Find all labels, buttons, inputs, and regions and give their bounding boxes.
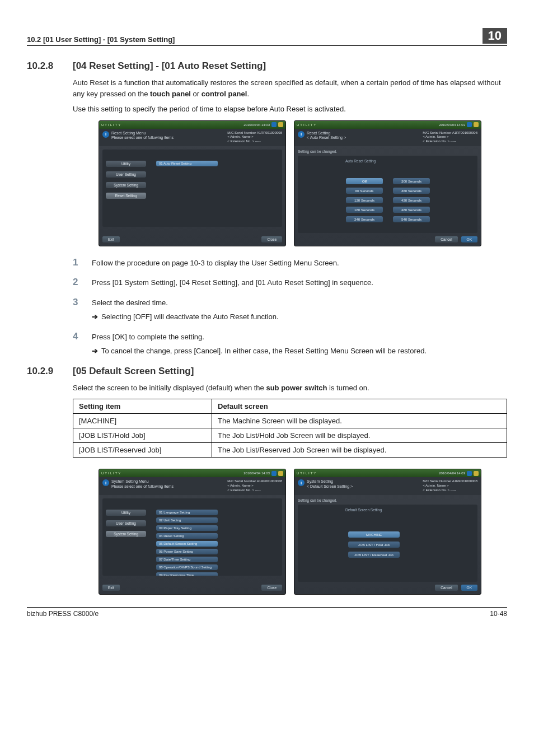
opt-60s[interactable]: 60 Seconds [346,188,383,194]
section-heading-1: 10.2.8 [04 Reset Setting] - [01 Auto Res… [27,60,507,72]
opt-180s[interactable]: 180 Seconds [346,207,383,213]
datetime-label: 2010/04/04 14:03 [243,123,270,127]
menu-item[interactable]: 07 Date/Time Setting [156,557,218,562]
section-number: 10.2.9 [27,366,60,377]
changeable-note: Setting can be changed. [298,498,477,502]
panel-title: Reset Setting Menu [111,131,174,136]
menu-list: 01 Auto Reset Setting [156,161,218,166]
utility-label: UTILITY [297,472,317,475]
menu-item[interactable]: 03 Paper Tray Setting [156,525,218,531]
opt-240s[interactable]: 240 Seconds [346,216,383,222]
crumb-utility[interactable]: Utility [106,161,146,167]
menu-default-screen-setting[interactable]: 05 Default Screen Setting [156,541,218,547]
intro-para-2: Use this setting to specify the period o… [73,104,507,115]
product-name: bizhub PRESS C8000/e [27,610,99,618]
header-breadcrumb: 10.2 [01 User Setting] - [01 System Sett… [27,35,175,44]
panel-subtitle: Please select one of following items [111,484,174,489]
opt-360s[interactable]: 360 Seconds [393,188,430,194]
exit-button[interactable]: Exit [102,585,120,591]
info-icon: i [102,479,109,486]
menu-item[interactable]: 08 Operation/OK/PS Sound Setting [156,564,218,570]
panel-header: i Reset Setting < Auto Reset Setting > M… [294,129,481,146]
intro-para-1: Auto Reset is a function that automatica… [73,77,507,99]
opt-540s[interactable]: 540 Seconds [393,216,430,222]
help-icon[interactable] [278,471,283,476]
panel-footer: Cancel OK [298,585,477,591]
info-icon[interactable] [271,122,277,127]
procedure-steps-1: 1 Follow the procedure on page 10-3 to d… [73,258,507,357]
ok-button[interactable]: OK [461,585,477,591]
section-heading-2: 10.2.9 [05 Default Screen Setting] [27,366,507,377]
panel-subtitle: Please select one of following items [111,136,174,140]
arrow-icon: ➔ [92,346,98,357]
machine-info: M/C Serial Number A1RF001000008 < Admin.… [423,131,477,144]
step-body: Press [OK] to complete the setting. ➔ To… [92,332,507,357]
close-button[interactable]: Close [261,236,282,242]
panel-reset-menu: UTILITY 2010/04/04 14:03 i Reset Setting… [99,120,286,246]
options-grid: Off 300 Seconds 60 Seconds 360 Seconds 1… [346,178,430,222]
opt-joblist-reserved[interactable]: JOB LIST / Reserved Job [348,552,400,558]
crumb-user-setting[interactable]: User Setting [106,171,146,178]
crumb-user-setting[interactable]: User Setting [106,520,146,526]
th-setting-item: Setting item [73,399,212,414]
info-icon[interactable] [271,471,277,476]
section-title: [05 Default Screen Setting] [73,366,194,377]
exit-button[interactable]: Exit [102,236,120,242]
th-default-screen: Default screen [212,399,507,414]
panel-system-setting-menu: UTILITY 2010/04/04 14:03 i System Settin… [99,469,286,595]
step-number: 3 [73,297,82,307]
opt-joblist-hold[interactable]: JOB LIST / Hold Job [348,542,400,548]
crumb-reset-setting[interactable]: Reset Setting [106,193,146,199]
opt-420s[interactable]: 420 Seconds [393,197,430,203]
menu-list: 01 Language Setting 02 Unit Setting 03 P… [156,510,218,576]
step-body: Select the desired time. ➔ Selecting [OF… [92,297,507,323]
section-label: Auto Reset Setting [345,159,376,163]
panel-header: i System Setting Menu Please select one … [99,477,285,494]
ok-button[interactable]: OK [461,236,477,242]
machine-info: M/C Serial Number A1RF001000008 < Admin.… [227,131,282,144]
panel-header: i System Setting < Default Screen Settin… [294,477,481,494]
machine-info: M/C Serial Number A1RF001000008 < Admin.… [423,479,477,492]
help-icon[interactable] [474,122,479,127]
panel-topbar: UTILITY 2010/04/04 14:03 [294,469,481,477]
menu-item[interactable]: 04 Reset Setting [156,533,218,539]
panel-footer: Exit Close [102,236,282,242]
info-icon: i [102,131,109,138]
info-icon[interactable] [467,122,472,127]
panel-default-screen-setting: UTILITY 2010/04/04 14:03 i System Settin… [294,469,481,595]
crumb-utility[interactable]: Utility [106,510,146,516]
opt-machine[interactable]: MACHINE [348,531,400,538]
help-icon[interactable] [474,471,479,476]
section-number: 10.2.8 [27,60,60,72]
opt-480s[interactable]: 480 Seconds [393,207,430,213]
panel-subtitle: < Auto Reset Setting > [307,136,346,140]
page-number: 10-48 [490,610,507,618]
machine-info: M/C Serial Number A1RF001000008 < Admin.… [227,479,282,492]
menu-item[interactable]: 01 Language Setting [156,510,218,515]
panel-title: System Setting [307,479,353,484]
menu-item[interactable]: 06 Power Save Setting [156,549,218,554]
table-row: [JOB LIST/Reserved Job] The Job List/Res… [73,443,507,458]
crumb-system-setting[interactable]: System Setting [106,182,146,188]
panel-footer: Exit Close [102,585,282,591]
cancel-button[interactable]: Cancel [435,236,457,242]
panel-header: i Reset Setting Menu Please select one o… [99,129,285,146]
utility-label: UTILITY [101,123,121,127]
opt-off[interactable]: Off [346,178,383,184]
section-title: [04 Reset Setting] - [01 Auto Reset Sett… [73,60,266,72]
crumb-system-setting[interactable]: System Setting [106,531,146,537]
menu-item[interactable]: 02 Unit Setting [156,517,218,523]
panel-footer: Cancel OK [298,236,477,242]
cancel-button[interactable]: Cancel [435,585,457,591]
options-list: MACHINE JOB LIST / Hold Job JOB LIST / R… [348,531,400,558]
chapter-number-box: 10 [483,28,507,44]
help-icon[interactable] [278,122,283,127]
breadcrumb-stack: Utility User Setting System Setting [106,510,146,537]
menu-auto-reset-setting[interactable]: 01 Auto Reset Setting [156,161,218,166]
menu-item[interactable]: 09 Key Response Time [156,572,218,576]
close-button[interactable]: Close [261,585,282,591]
info-icon[interactable] [467,471,472,476]
panel-title: Reset Setting [307,131,346,136]
opt-120s[interactable]: 120 Seconds [346,197,383,203]
opt-300s[interactable]: 300 Seconds [393,178,430,184]
